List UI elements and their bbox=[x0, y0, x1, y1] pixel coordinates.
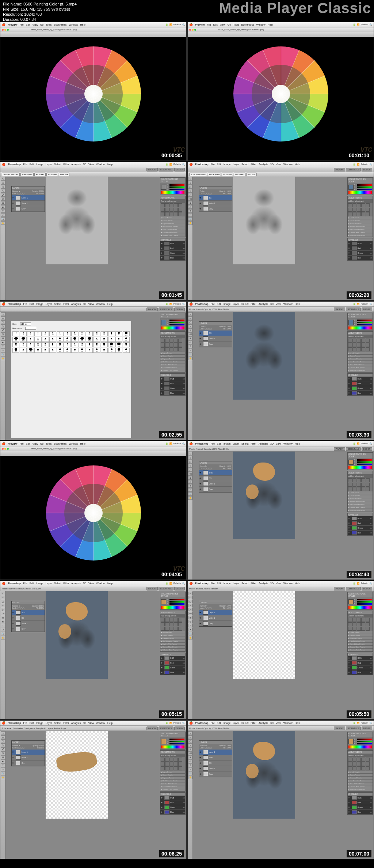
tool-button[interactable]: ◐ bbox=[188, 759, 192, 763]
canvas[interactable] bbox=[233, 731, 295, 819]
tool-button[interactable]: ↖ bbox=[188, 592, 192, 595]
layer-row[interactable]: 👁BG bbox=[199, 331, 232, 336]
menu-item[interactable]: View bbox=[88, 582, 94, 585]
channel-row[interactable]: 👁Green⌘4 bbox=[160, 386, 185, 391]
brush-preset[interactable]: 13 bbox=[34, 337, 41, 342]
tool-button[interactable]: 🔍 bbox=[1, 632, 5, 635]
preset-item[interactable]: ▶ Curves Presets bbox=[348, 355, 373, 358]
brush-preset[interactable]: 29 bbox=[20, 348, 27, 353]
menu-item[interactable]: Window bbox=[96, 163, 105, 166]
tool-button[interactable]: ▦ bbox=[188, 336, 192, 340]
tool-button[interactable]: ▭ bbox=[188, 181, 192, 185]
menu-item[interactable]: Help bbox=[80, 23, 85, 26]
channel-row[interactable]: 👁Red⌘3 bbox=[160, 661, 185, 665]
brush-preset[interactable]: 26 bbox=[71, 342, 78, 347]
menu-item[interactable]: View bbox=[276, 303, 281, 305]
tool-button[interactable]: ▦ bbox=[1, 336, 5, 340]
tool-button[interactable]: ▦ bbox=[188, 476, 192, 480]
fg-color[interactable] bbox=[348, 599, 354, 604]
fg-color[interactable] bbox=[161, 599, 166, 604]
brush-preset[interactable]: 36 bbox=[34, 348, 41, 353]
layer-row[interactable]: 👁Value 1 bbox=[199, 615, 232, 621]
brush-preset[interactable]: 36 bbox=[42, 348, 49, 353]
preset-item[interactable]: ▶ Curves Presets bbox=[160, 219, 185, 222]
menu-item[interactable]: Image bbox=[36, 582, 43, 585]
tool-button[interactable]: ⌫ bbox=[188, 197, 192, 201]
preset-item[interactable]: ▶ Curves Presets bbox=[348, 634, 373, 637]
menu-item[interactable]: Photoshop bbox=[8, 582, 21, 585]
menu-item[interactable]: Photoshop bbox=[8, 303, 21, 305]
menu-item[interactable]: Help bbox=[295, 442, 300, 445]
brush-preset[interactable]: 300 bbox=[20, 337, 27, 342]
preset-item[interactable]: ▶ Curves Presets bbox=[348, 494, 373, 497]
brush-preset[interactable]: 39 bbox=[115, 337, 122, 342]
tool-button[interactable]: ✎ bbox=[1, 324, 5, 328]
layer-row[interactable]: 👁Layer 1 bbox=[12, 195, 45, 201]
tool-button[interactable]: ↖ bbox=[1, 731, 5, 735]
brush-preset[interactable]: 300 bbox=[86, 337, 93, 342]
tool-button[interactable]: ▦ bbox=[188, 201, 192, 205]
tool-button[interactable]: ✎ bbox=[188, 464, 192, 468]
menu-item[interactable]: Layer bbox=[233, 442, 239, 445]
tool-button[interactable]: 🖌 bbox=[1, 193, 5, 197]
menu-item[interactable]: View bbox=[33, 23, 38, 26]
brush-hardness-input[interactable] bbox=[25, 327, 36, 330]
tool-button[interactable]: ✋ bbox=[1, 356, 5, 360]
menu-item[interactable]: Help bbox=[295, 303, 300, 305]
tool-button[interactable]: 🔍 bbox=[188, 771, 192, 775]
preset-item[interactable]: ▶ Black & White Presets bbox=[160, 363, 185, 366]
screen-button[interactable]: Scroll All Windows bbox=[189, 173, 207, 176]
layer-row[interactable]: 👁BG bbox=[199, 476, 232, 481]
menu-item[interactable]: Image bbox=[36, 163, 43, 166]
preset-item[interactable]: ▶ Black & White Presets bbox=[160, 228, 185, 231]
menu-item[interactable]: Tools bbox=[233, 23, 239, 26]
menu-item[interactable]: File bbox=[19, 442, 23, 445]
menu-item[interactable]: Layer bbox=[45, 722, 52, 724]
channel-row[interactable]: 👁Blue⌘5 bbox=[348, 670, 373, 675]
screen-button[interactable]: Print Size bbox=[59, 173, 69, 176]
channel-row[interactable]: 👁Red⌘3 bbox=[160, 800, 185, 805]
tool-button[interactable]: ✎ bbox=[188, 604, 192, 607]
menu-item[interactable]: Select bbox=[241, 722, 248, 724]
preset-item[interactable]: ▶ Hue/Saturation Presets bbox=[348, 780, 373, 782]
tool-button[interactable]: ◯ bbox=[188, 739, 192, 743]
preset-item[interactable]: ▶ Levels Presets bbox=[160, 352, 185, 355]
preset-item[interactable]: ▶ Exposure Presets bbox=[348, 777, 373, 780]
screen-button[interactable]: Fill Screen bbox=[234, 173, 245, 176]
menu-item[interactable]: View bbox=[276, 163, 281, 166]
preset-item[interactable]: ▶ Curves Presets bbox=[160, 634, 185, 637]
tool-button[interactable]: ↗ bbox=[188, 767, 192, 771]
menu-item[interactable]: File bbox=[211, 163, 215, 166]
tool-button[interactable]: ▦ bbox=[1, 616, 5, 619]
menu-item[interactable]: Edit bbox=[217, 303, 221, 305]
preset-item[interactable]: ▶ Exposure Presets bbox=[160, 777, 185, 780]
tool-button[interactable]: 🖌 bbox=[188, 328, 192, 332]
tool-button[interactable]: ⌫ bbox=[1, 612, 5, 615]
brush-preset[interactable]: 65 bbox=[115, 331, 122, 336]
layer-row[interactable]: 👁Grey bbox=[12, 626, 45, 632]
menu-item[interactable]: Image bbox=[224, 303, 230, 305]
tool-button[interactable]: ↖ bbox=[188, 731, 192, 735]
menu-item[interactable]: File bbox=[23, 722, 27, 724]
brush-size-input[interactable] bbox=[20, 322, 31, 325]
menu-item[interactable]: File bbox=[23, 163, 27, 166]
menu-item[interactable]: Edit bbox=[30, 582, 34, 585]
color-ramp[interactable] bbox=[348, 191, 372, 194]
tool-button[interactable]: T bbox=[1, 344, 5, 348]
layer-row[interactable]: 👁Value 1 bbox=[199, 766, 232, 771]
menu-item[interactable]: Select bbox=[241, 303, 248, 305]
fg-color[interactable] bbox=[348, 739, 354, 744]
preset-item[interactable]: ▶ Selective Color Presets bbox=[160, 369, 185, 372]
menu-item[interactable]: Window bbox=[283, 442, 293, 445]
brush-preset[interactable]: 59 bbox=[12, 342, 19, 347]
preset-item[interactable]: ▶ Hue/Saturation Presets bbox=[348, 225, 373, 228]
canvas[interactable] bbox=[233, 452, 295, 539]
menu-item[interactable]: Preview bbox=[195, 23, 205, 26]
layer-row[interactable]: 👁BG bbox=[199, 761, 232, 766]
tool-button[interactable]: ✋ bbox=[188, 356, 192, 360]
screen-button[interactable]: Print Size bbox=[246, 173, 257, 176]
menu-item[interactable]: Photoshop bbox=[195, 722, 209, 724]
menu-item[interactable]: Help bbox=[107, 303, 112, 305]
layer-row[interactable]: 👁Skin bbox=[12, 610, 45, 615]
channel-row[interactable]: 👁Green⌘4 bbox=[160, 251, 185, 256]
